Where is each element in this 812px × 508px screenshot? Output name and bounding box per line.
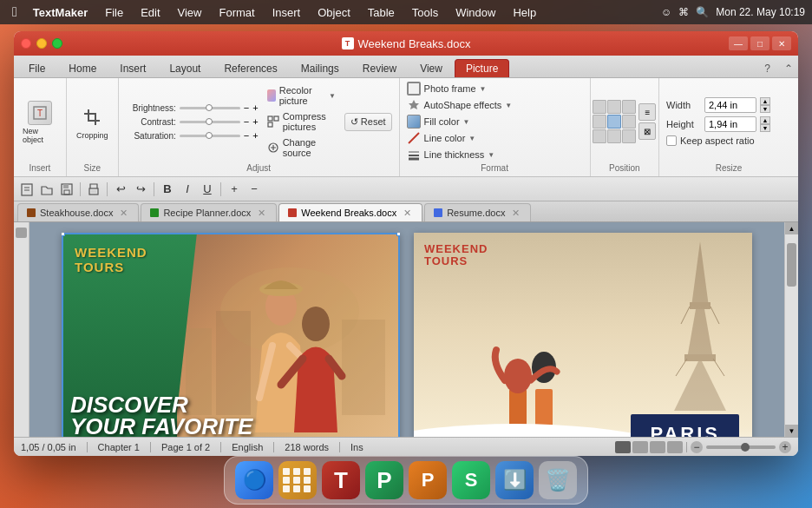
tab-recipe[interactable]: Recipe Planner.docx ✕: [141, 203, 277, 221]
object-menu[interactable]: Object: [311, 4, 357, 21]
view-mode-1[interactable]: [615, 441, 631, 453]
pos-bl[interactable]: [593, 129, 606, 143]
fill-color-button[interactable]: Fill color: [424, 116, 460, 127]
view-mode-3[interactable]: [650, 441, 665, 453]
zoom-in-btn[interactable]: +: [779, 441, 791, 453]
height-down[interactable]: ▼: [760, 124, 770, 132]
width-up[interactable]: ▲: [760, 97, 770, 105]
tab-mailings[interactable]: Mailings: [290, 59, 350, 77]
dock-presentations[interactable]: P: [409, 461, 447, 499]
saturation-minus[interactable]: −: [244, 130, 249, 141]
saturation-slider[interactable]: [180, 135, 240, 137]
toolbar-bold[interactable]: B: [158, 180, 177, 199]
close-button[interactable]: [21, 38, 31, 49]
brightness-minus[interactable]: −: [244, 102, 249, 113]
document-scroll-area[interactable]: WEEKEND TOURS DISCOVER YOUR FAVORITE CIT…: [29, 222, 784, 437]
tab-file[interactable]: File: [17, 59, 56, 77]
tab-close-steakhouse[interactable]: ✕: [117, 207, 129, 219]
line-color-button[interactable]: Line color: [424, 133, 466, 143]
tab-resume[interactable]: Resume.docx ✕: [424, 203, 531, 221]
saturation-plus[interactable]: +: [252, 130, 258, 141]
height-up[interactable]: ▲: [760, 116, 770, 124]
table-menu[interactable]: Table: [361, 4, 402, 21]
app-name-menu[interactable]: TextMaker: [26, 4, 95, 21]
tab-home[interactable]: Home: [57, 59, 108, 77]
file-menu[interactable]: File: [98, 4, 130, 21]
view-mode-2[interactable]: [632, 441, 648, 453]
maximize-button[interactable]: [52, 38, 62, 49]
tab-view[interactable]: View: [409, 59, 454, 77]
toolbar-redo[interactable]: ↪: [131, 180, 150, 199]
line-thickness-button[interactable]: Line thickness: [424, 149, 485, 160]
photo-frame-button[interactable]: Photo frame: [424, 83, 476, 94]
toolbar-italic[interactable]: I: [178, 180, 197, 199]
right-scroll[interactable]: ▲ ▼: [784, 222, 798, 437]
pos-tl[interactable]: [593, 100, 606, 114]
pos-mr[interactable]: [622, 115, 636, 129]
toolbar-new[interactable]: [17, 180, 36, 199]
dock-trash[interactable]: 🗑️: [539, 461, 577, 499]
zoom-slider[interactable]: [706, 445, 776, 449]
insert-menu[interactable]: Insert: [265, 4, 308, 21]
collapse-button[interactable]: ⌃: [779, 60, 798, 77]
tab-steakhouse[interactable]: Steakhouse.docx ✕: [17, 203, 139, 221]
dock-finder[interactable]: 🔵: [235, 461, 273, 499]
pos-tr[interactable]: [622, 100, 636, 114]
view-mode-4[interactable]: [667, 441, 683, 453]
wrap-btn-2[interactable]: ⊠: [638, 122, 656, 140]
toolbar-zoom-out[interactable]: −: [245, 180, 264, 199]
brightness-plus[interactable]: +: [252, 102, 258, 113]
toolbar-open[interactable]: [37, 180, 56, 199]
height-input[interactable]: [704, 116, 756, 132]
view-menu[interactable]: View: [171, 4, 209, 21]
tab-close-resume[interactable]: ✕: [509, 207, 521, 219]
zoom-out-btn[interactable]: −: [691, 441, 703, 453]
reset-button[interactable]: ↺ Reset: [344, 113, 392, 131]
pos-br[interactable]: [622, 129, 636, 143]
toolbar-underline[interactable]: U: [198, 180, 217, 199]
tab-references[interactable]: References: [213, 59, 288, 77]
wrap-btn-1[interactable]: ≡: [638, 103, 656, 121]
toolbar-zoom-in[interactable]: +: [225, 180, 244, 199]
handle-tr[interactable]: [396, 233, 400, 236]
tools-menu[interactable]: Tools: [405, 4, 445, 21]
contrast-slider[interactable]: [180, 121, 240, 123]
pos-tc[interactable]: [607, 100, 621, 114]
compress-button[interactable]: Compress pictures: [264, 109, 339, 134]
format-menu[interactable]: Format: [213, 4, 262, 21]
handle-tl[interactable]: [62, 233, 65, 236]
tab-picture[interactable]: Picture: [455, 59, 509, 77]
toolbar-save[interactable]: [57, 180, 76, 199]
window-menu[interactable]: Window: [449, 4, 502, 21]
window-maximize-btn[interactable]: □: [750, 36, 769, 50]
window-close-btn[interactable]: ✕: [772, 36, 791, 50]
contrast-plus[interactable]: +: [252, 116, 258, 127]
tab-close-weekend[interactable]: ✕: [401, 207, 413, 219]
help-button[interactable]: ?: [756, 60, 779, 77]
dock-downloads[interactable]: ⬇️: [495, 461, 534, 499]
apple-menu[interactable]: : [7, 4, 23, 20]
pos-bc[interactable]: [607, 129, 621, 143]
scroll-up[interactable]: ▲: [785, 222, 798, 234]
pos-mc[interactable]: [607, 115, 621, 129]
tab-close-recipe[interactable]: ✕: [255, 207, 267, 219]
toolbar-undo[interactable]: ↩: [111, 180, 130, 199]
contrast-minus[interactable]: −: [244, 116, 249, 127]
brightness-slider[interactable]: [180, 107, 240, 109]
change-source-button[interactable]: Change source: [264, 135, 339, 160]
pos-ml[interactable]: [593, 115, 606, 129]
tab-review[interactable]: Review: [351, 59, 408, 77]
dock-textmaker[interactable]: T: [322, 461, 360, 499]
width-down[interactable]: ▼: [760, 105, 770, 113]
toolbar-print[interactable]: [84, 180, 103, 199]
width-input[interactable]: [704, 97, 756, 113]
keep-aspect-checkbox[interactable]: [666, 135, 677, 146]
cropping-button[interactable]: Cropping: [73, 102, 112, 142]
scroll-down[interactable]: ▼: [785, 425, 798, 437]
dock-launchpad[interactable]: [278, 461, 317, 499]
dock-planmaker[interactable]: P: [365, 461, 403, 499]
system-icon-search[interactable]: 🔍: [696, 6, 709, 18]
recolor-button[interactable]: Recolor picture ▼: [264, 83, 339, 108]
tab-insert[interactable]: Insert: [108, 59, 157, 77]
new-object-button[interactable]: T New object: [19, 98, 61, 147]
